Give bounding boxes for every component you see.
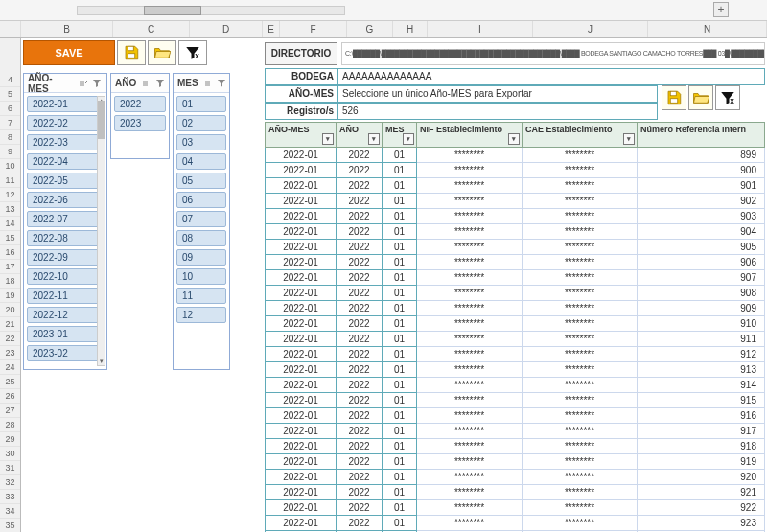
col-header[interactable]: B	[21, 21, 113, 37]
slicer-item[interactable]: 06	[176, 192, 226, 208]
clear-filter-icon[interactable]	[217, 78, 226, 89]
row-number[interactable]: 13	[0, 202, 20, 217]
row-number[interactable]: 14	[0, 217, 20, 231]
table-row[interactable]: 2022-01202201****************905	[266, 240, 765, 255]
row-number[interactable]: 31	[0, 461, 20, 475]
slicer-item[interactable]: 2022-07	[27, 211, 104, 227]
scroll-thumb[interactable]	[98, 101, 105, 139]
table-row[interactable]: 2022-01202201****************913	[266, 362, 765, 378]
table-row[interactable]: 2022-01202201****************902	[266, 194, 765, 209]
table-row[interactable]: 2022-01202201****************911	[266, 332, 765, 347]
table-row[interactable]: 2022-01202201****************908	[266, 286, 765, 301]
slicer-item[interactable]: 2022-04	[27, 153, 104, 170]
slicer-item[interactable]: 2022-12	[27, 307, 104, 323]
row-number[interactable]: 22	[0, 332, 20, 346]
filter-dropdown-icon[interactable]: ▾	[368, 133, 380, 145]
table-row[interactable]: 2022-01202201****************916	[266, 408, 765, 424]
slicer-item[interactable]: 12	[176, 307, 226, 323]
row-number[interactable]: 11	[0, 173, 20, 188]
slicer-ano[interactable]: AÑO 20222023	[110, 73, 170, 159]
slicer-item[interactable]: 09	[176, 249, 226, 266]
filter-dropdown-icon[interactable]: ▾	[322, 133, 334, 145]
row-number[interactable]: 16	[0, 245, 20, 260]
row-number[interactable]: 33	[0, 490, 20, 504]
multiselect-icon[interactable]	[78, 78, 89, 89]
row-number[interactable]: 29	[0, 432, 20, 447]
col-header[interactable]: J	[533, 21, 648, 37]
th-nri[interactable]: Número Referencia Intern	[638, 123, 765, 148]
slicer-item[interactable]: 2022-11	[27, 288, 104, 304]
directorio-button[interactable]: DIRECTORIO	[265, 42, 337, 65]
row-number[interactable]: 34	[0, 504, 20, 519]
row-number[interactable]: 19	[0, 289, 20, 303]
row-number[interactable]: 12	[0, 188, 20, 202]
col-header[interactable]: I	[428, 21, 533, 37]
folder-open-icon[interactable]	[148, 40, 176, 65]
row-number[interactable]: 20	[0, 303, 20, 317]
slicer-ano-mes[interactable]: AÑO-MES 2022-012022-022022-032022-042022…	[23, 73, 107, 370]
disk-save-icon[interactable]	[117, 40, 146, 65]
th-ano-mes[interactable]: AÑO-MES▾	[266, 123, 337, 148]
clear-filter-icon[interactable]	[91, 78, 103, 89]
table-row[interactable]: 2022-01202201****************919	[266, 454, 765, 470]
row-number[interactable]: 9	[0, 145, 20, 159]
row-number[interactable]: 18	[0, 274, 20, 289]
slicer-item[interactable]: 2022-10	[27, 268, 104, 285]
add-sheet-button[interactable]: +	[713, 2, 729, 17]
col-header[interactable]: H	[393, 21, 428, 37]
slicer-item[interactable]: 01	[176, 96, 226, 112]
table-row[interactable]: 2022-01202201****************920	[266, 470, 765, 485]
horizontal-scroll-thumb[interactable]	[144, 6, 201, 15]
slicer-mes[interactable]: MES 010203040506070809101112	[173, 73, 230, 370]
row-number[interactable]: 17	[0, 260, 20, 274]
row-number[interactable]: 15	[0, 231, 20, 245]
table-row[interactable]: 2022-01202201****************907	[266, 270, 765, 286]
row-number[interactable]: 4	[0, 73, 20, 87]
slicer-item[interactable]: 03	[176, 134, 226, 150]
row-number[interactable]: 30	[0, 447, 20, 461]
row-number[interactable]: 28	[0, 418, 20, 432]
slicer-item[interactable]: 2023-01	[27, 326, 104, 342]
funnel-clear-icon[interactable]: x	[178, 40, 207, 65]
slicer-item[interactable]: 10	[176, 268, 226, 285]
slicer-item[interactable]: 02	[176, 115, 226, 131]
scroll-down-icon[interactable]: ▾	[98, 357, 105, 366]
slicer-item[interactable]: 2022-01	[27, 96, 104, 112]
table-row[interactable]: 2022-01202201****************899	[266, 148, 765, 163]
col-header[interactable]: D	[190, 21, 263, 37]
col-header[interactable]: N	[648, 21, 767, 37]
row-number[interactable]: 24	[0, 360, 20, 375]
row-number[interactable]: 21	[0, 317, 20, 332]
row-number[interactable]: 6	[0, 102, 20, 116]
export-funnel-clear-icon[interactable]: x	[715, 85, 740, 110]
slicer-item[interactable]: 08	[176, 230, 226, 246]
slicer-item[interactable]: 2023-02	[27, 345, 104, 361]
row-number[interactable]: 23	[0, 346, 20, 360]
table-row[interactable]: 2022-01202201****************921	[266, 485, 765, 500]
filter-dropdown-icon[interactable]: ▾	[508, 133, 520, 145]
table-row[interactable]: 2022-01202201****************909	[266, 301, 765, 316]
th-mes[interactable]: MES▾	[383, 123, 417, 148]
multiselect-icon[interactable]	[204, 78, 214, 89]
col-header[interactable]: E	[263, 21, 280, 37]
th-ano[interactable]: AÑO▾	[337, 123, 383, 148]
col-header[interactable]: G	[347, 21, 393, 37]
table-row[interactable]: 2022-01202201****************903	[266, 209, 765, 224]
row-number[interactable]: 25	[0, 375, 20, 389]
col-header[interactable]: F	[280, 21, 347, 37]
clear-filter-icon[interactable]	[155, 78, 165, 89]
table-row[interactable]: 2022-01202201****************910	[266, 316, 765, 332]
slicer-item[interactable]: 04	[176, 153, 226, 170]
slicer-item[interactable]: 2022	[114, 96, 166, 112]
table-row[interactable]: 2022-01202201****************923	[266, 516, 765, 531]
multiselect-icon[interactable]	[142, 78, 151, 89]
slicer-item[interactable]: 2022-02	[27, 115, 104, 131]
row-number[interactable]: 5	[0, 87, 20, 102]
row-number[interactable]: 26	[0, 389, 20, 404]
table-row[interactable]: 2022-01202201****************918	[266, 439, 765, 454]
horizontal-scroll-track[interactable]	[77, 6, 345, 15]
table-row[interactable]: 2022-01202201****************922	[266, 500, 765, 516]
slicer-item[interactable]: 2022-05	[27, 173, 104, 189]
table-row[interactable]: 2022-01202201****************915	[266, 393, 765, 408]
table-row[interactable]: 2022-01202201****************917	[266, 424, 765, 439]
